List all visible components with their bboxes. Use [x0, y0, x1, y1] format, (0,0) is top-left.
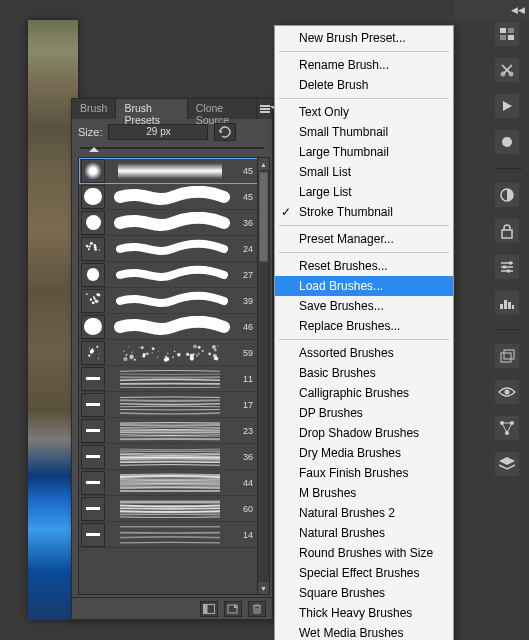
paths-icon[interactable]: [495, 416, 519, 440]
svg-point-65: [213, 353, 217, 357]
brush-preset-row[interactable]: 24: [79, 236, 269, 262]
delete-preset-button[interactable]: [248, 601, 266, 617]
svg-point-37: [123, 356, 127, 360]
svg-point-31: [151, 352, 152, 353]
menu-item-stroke-thumbnail[interactable]: Stroke Thumbnail: [275, 202, 453, 222]
menu-item-reset-brushes[interactable]: Reset Brushes...: [275, 256, 453, 276]
brush-preset-row[interactable]: 60: [79, 496, 269, 522]
brush-size-label: 24: [237, 244, 255, 254]
brush-size-label: 46: [237, 322, 255, 332]
svg-rect-0: [118, 163, 222, 179]
histogram-icon[interactable]: [495, 291, 519, 315]
menu-item-dp-brushes[interactable]: DP Brushes: [275, 403, 453, 423]
swatches-icon[interactable]: [495, 22, 519, 46]
brush-preset-row[interactable]: 59: [79, 340, 269, 366]
collapse-left-icon[interactable]: ◀◀: [511, 3, 525, 17]
menu-separator: [279, 51, 449, 52]
svg-rect-89: [512, 305, 514, 309]
svg-rect-87: [504, 300, 507, 309]
menu-item-drop-shadow-brushes[interactable]: Drop Shadow Brushes: [275, 423, 453, 443]
svg-point-29: [90, 349, 93, 352]
panel-footer: [72, 597, 272, 619]
menu-item-square-brushes[interactable]: Square Brushes: [275, 583, 453, 603]
size-slider[interactable]: [80, 145, 264, 151]
tab-brush[interactable]: Brush: [72, 99, 116, 119]
panel-flyout-menu-button[interactable]: [257, 99, 272, 119]
svg-rect-75: [508, 28, 514, 33]
menu-item-basic-brushes[interactable]: Basic Brushes: [275, 363, 453, 383]
svg-point-3: [88, 248, 90, 250]
brush-preset-row[interactable]: 23: [79, 418, 269, 444]
menu-item-preset-manager[interactable]: Preset Manager...: [275, 229, 453, 249]
svg-point-64: [128, 346, 129, 347]
menu-item-rename-brush[interactable]: Rename Brush...: [275, 55, 453, 75]
brush-stroke-thumbnail: [107, 524, 237, 546]
tab-clone-source[interactable]: Clone Source: [188, 99, 257, 119]
brush-preset-row[interactable]: 44: [79, 470, 269, 496]
brush-preset-list: 454536242739465911172336446014 ▲ ▼: [78, 157, 270, 595]
toggle-brush-panel-button[interactable]: [200, 601, 218, 617]
dock-separator: [495, 329, 523, 330]
menu-item-large-list[interactable]: Large List: [275, 182, 453, 202]
menu-item-replace-brushes[interactable]: Replace Brushes...: [275, 316, 453, 336]
menu-item-large-thumbnail[interactable]: Large Thumbnail: [275, 142, 453, 162]
brush-preset-row[interactable]: 39: [79, 288, 269, 314]
lock-icon[interactable]: [495, 219, 519, 243]
svg-point-8: [94, 243, 97, 246]
tab-brush-presets[interactable]: Brush Presets: [116, 99, 187, 119]
scroll-down-button[interactable]: ▼: [258, 582, 269, 594]
scissors-icon[interactable]: [495, 58, 519, 82]
new-preset-button[interactable]: [224, 601, 242, 617]
menu-item-assorted-brushes[interactable]: Assorted Brushes: [275, 343, 453, 363]
menu-item-round-brushes-with-size[interactable]: Round Brushes with Size: [275, 543, 453, 563]
play-icon[interactable]: [495, 94, 519, 118]
menu-item-wet-media-brushes[interactable]: Wet Media Brushes: [275, 623, 453, 640]
svg-point-5: [89, 245, 91, 247]
brush-preset-row[interactable]: 36: [79, 210, 269, 236]
menu-item-new-brush-preset[interactable]: New Brush Preset...: [275, 28, 453, 48]
layers-fx-icon[interactable]: [495, 344, 519, 368]
circle-contrast-icon[interactable]: [495, 183, 519, 207]
menu-item-natural-brushes[interactable]: Natural Brushes: [275, 523, 453, 543]
menu-item-delete-brush[interactable]: Delete Brush: [275, 75, 453, 95]
svg-point-49: [217, 345, 218, 346]
brush-tip-thumbnail: [81, 419, 105, 443]
menu-item-thick-heavy-brushes[interactable]: Thick Heavy Brushes: [275, 603, 453, 623]
menu-item-calligraphic-brushes[interactable]: Calligraphic Brushes: [275, 383, 453, 403]
brush-stroke-thumbnail: [107, 394, 237, 416]
menu-item-special-effect-brushes[interactable]: Special Effect Brushes: [275, 563, 453, 583]
brush-tip-thumbnail: [81, 341, 105, 365]
brush-preset-row[interactable]: 46: [79, 314, 269, 340]
menu-item-small-list[interactable]: Small List: [275, 162, 453, 182]
menu-item-small-thumbnail[interactable]: Small Thumbnail: [275, 122, 453, 142]
brush-preset-row[interactable]: 27: [79, 262, 269, 288]
brush-preset-row[interactable]: 45: [79, 184, 269, 210]
brush-list-scrollbar[interactable]: ▲ ▼: [257, 158, 269, 594]
adjustments-icon[interactable]: [495, 255, 519, 279]
brush-preset-row[interactable]: 17: [79, 392, 269, 418]
menu-item-faux-finish-brushes[interactable]: Faux Finish Brushes: [275, 463, 453, 483]
svg-rect-72: [204, 604, 208, 613]
menu-item-text-only[interactable]: Text Only: [275, 102, 453, 122]
svg-point-32: [131, 351, 132, 352]
record-icon[interactable]: [495, 130, 519, 154]
menu-separator: [279, 225, 449, 226]
layers-icon[interactable]: [495, 452, 519, 476]
menu-item-save-brushes[interactable]: Save Brushes...: [275, 296, 453, 316]
brush-preset-row[interactable]: 45: [79, 158, 269, 184]
menu-item-load-brushes[interactable]: Load Brushes...: [275, 276, 453, 296]
scroll-up-button[interactable]: ▲: [258, 158, 269, 170]
menu-item-m-brushes[interactable]: M Brushes: [275, 483, 453, 503]
svg-point-53: [134, 358, 136, 360]
menu-item-dry-media-brushes[interactable]: Dry Media Brushes: [275, 443, 453, 463]
brush-tip-thumbnail: [81, 497, 105, 521]
scroll-thumb[interactable]: [259, 172, 268, 262]
brush-preset-row[interactable]: 36: [79, 444, 269, 470]
restore-original-size-button[interactable]: [214, 123, 236, 141]
menu-item-natural-brushes-2[interactable]: Natural Brushes 2: [275, 503, 453, 523]
eye-icon[interactable]: [495, 380, 519, 404]
brush-preset-row[interactable]: 11: [79, 366, 269, 392]
brush-preset-row[interactable]: 14: [79, 522, 269, 548]
size-value-field[interactable]: 29 px: [108, 124, 208, 140]
brush-tip-thumbnail: [81, 289, 105, 313]
